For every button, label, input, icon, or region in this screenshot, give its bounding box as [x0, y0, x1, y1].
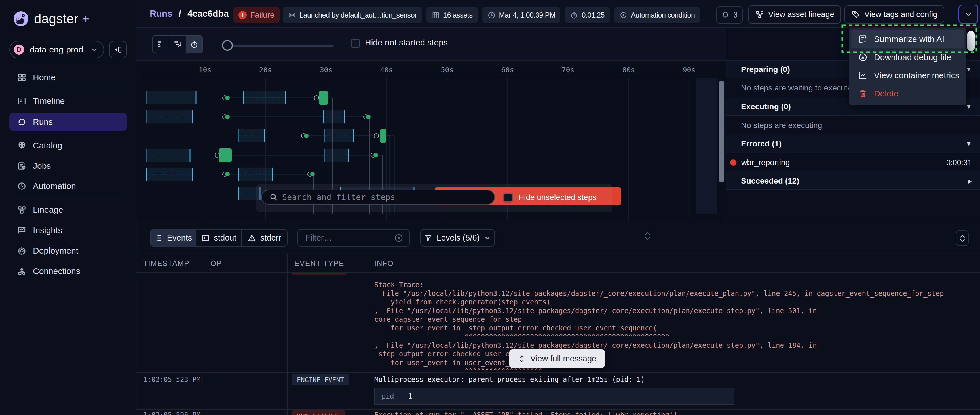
- log-levels-dropdown[interactable]: Levels (5/6): [420, 229, 495, 246]
- stack-trace-line: _step_output_error_checked_user_event_se…: [374, 350, 944, 359]
- brand: dagster +: [13, 11, 90, 27]
- menu-item-download-debug-file[interactable]: Download debug file: [851, 48, 964, 66]
- gantt-zoom-knob[interactable]: [222, 40, 233, 51]
- menu-item-label: Summarize with AI: [874, 34, 944, 44]
- sidebar-item-timeline[interactable]: Timeline: [10, 92, 127, 110]
- hide-not-started-checkbox[interactable]: [351, 39, 360, 48]
- sidebar-item-jobs[interactable]: Jobs: [10, 157, 127, 175]
- column-header-op[interactable]: OP: [210, 254, 222, 273]
- chevron-expand-icon: ▼: [966, 103, 972, 110]
- stack-trace-line: ^^^^^^^^^^^^^^^^^^^: [374, 367, 944, 376]
- section-errored[interactable]: Errored (1) ▼: [727, 135, 980, 153]
- step-name: wbr_reporting: [741, 158, 790, 167]
- sidebar-item-insights[interactable]: Insights: [10, 222, 127, 239]
- tag-asset-count[interactable]: 16 assets: [426, 7, 477, 23]
- axis-tick: 40s: [380, 66, 393, 74]
- tag-automation-condition[interactable]: Automation condition: [614, 7, 700, 23]
- column-header-info[interactable]: INFO: [374, 254, 394, 273]
- gantt-mode-timed-button[interactable]: [186, 36, 202, 53]
- catalog-icon: [17, 141, 27, 150]
- menu-item-label: Download debug file: [874, 53, 951, 62]
- button-label: View asset lineage: [768, 10, 834, 19]
- errored-step-row[interactable]: wbr_reporting 0:00:31: [727, 153, 980, 172]
- tag-label: Launched by default_aut…tion_sensor: [299, 11, 417, 19]
- gantt-vertical-scrollbar[interactable]: [719, 81, 724, 182]
- view-asset-lineage-button[interactable]: View asset lineage: [748, 5, 841, 24]
- breadcrumb-run-id: 4eae6dba: [188, 8, 229, 19]
- runs-icon: [17, 117, 27, 127]
- status-badge-label: Failure: [250, 11, 275, 19]
- run-actions-menu: Summarize with AI Download debug file Vi…: [849, 28, 966, 105]
- sidebar-item-runs[interactable]: Runs: [10, 113, 127, 131]
- deployment-avatar: D: [14, 45, 24, 55]
- stack-trace-line: , File "/usr/local/lib/python3.12/site-p…: [374, 341, 944, 350]
- tab-events[interactable]: Events: [151, 230, 196, 246]
- chevron-expand-icon: ▼: [966, 66, 972, 73]
- sidebar-item-connections[interactable]: Connections: [10, 262, 127, 280]
- sidebar-item-label: Lineage: [33, 205, 63, 215]
- chevron-down-icon: [964, 10, 973, 19]
- column-divider: [367, 254, 368, 415]
- breadcrumb-separator: /: [179, 8, 181, 19]
- axis-tick: 80s: [622, 66, 635, 74]
- step-search-input[interactable]: Search and filter steps: [261, 190, 495, 204]
- tag-duration[interactable]: 0:01:25: [565, 7, 610, 23]
- view-tags-and-config-button[interactable]: View tags and config: [845, 5, 944, 24]
- sidebar-item-label: Runs: [33, 117, 53, 127]
- gantt-mode-waterfall-button[interactable]: [169, 36, 185, 53]
- axis-tick: 50s: [441, 66, 453, 74]
- deployment-switcher[interactable]: D data-eng-prod: [10, 41, 104, 58]
- column-header-timestamp[interactable]: TIMESTAMP: [143, 254, 189, 273]
- axis-tick: 10s: [199, 66, 211, 74]
- tag-icon: [851, 10, 860, 19]
- sidebar-item-deployment[interactable]: Deployment: [10, 242, 127, 260]
- panel-scrollbar-thumb[interactable]: [967, 31, 975, 51]
- hide-unselected-checkbox[interactable]: [504, 193, 512, 202]
- run-actions-menu-button[interactable]: [958, 5, 978, 24]
- gantt-zoom-slider[interactable]: [222, 45, 334, 47]
- tag-start-time[interactable]: Mar 4, 1:00:39 PM: [482, 7, 561, 23]
- gantt-chart[interactable]: Search and filter steps Hide unselected …: [137, 78, 726, 220]
- sidebar-item-automation[interactable]: Automation: [10, 177, 127, 195]
- collapse-sidebar-button[interactable]: [109, 41, 127, 58]
- stack-trace-line: for user_event in _step_output_error_che…: [374, 324, 944, 333]
- gear-icon: [17, 246, 27, 255]
- insights-icon: [17, 225, 27, 235]
- clear-filter-icon[interactable]: [394, 233, 404, 243]
- menu-item-label: Delete: [874, 89, 899, 99]
- menu-item-view-container-metrics[interactable]: View container metrics: [851, 66, 964, 85]
- op-cell: -: [210, 375, 215, 383]
- tab-stderr[interactable]: stderr: [241, 230, 287, 246]
- tag-label: 16 assets: [443, 11, 473, 19]
- button-label: View full message: [530, 354, 597, 363]
- notifications-button[interactable]: 0: [716, 6, 743, 24]
- axis-tick: 20s: [259, 66, 272, 74]
- tag-launched-by-sensor[interactable]: Launched by default_aut…tion_sensor: [283, 7, 422, 23]
- menu-item-delete[interactable]: Delete: [851, 85, 964, 103]
- clock-icon: [487, 11, 496, 19]
- sidebar-item-lineage[interactable]: Lineage: [10, 201, 127, 219]
- column-header-event-type[interactable]: EVENT TYPE: [294, 254, 344, 273]
- panel-resize-handle[interactable]: [644, 231, 651, 241]
- axis-tick: 30s: [320, 66, 332, 74]
- timestamp-cell: 1:02:05.523 PM: [143, 375, 200, 383]
- sidebar-item-label: Jobs: [33, 161, 51, 171]
- funnel-icon: [424, 234, 432, 242]
- expand-log-panel-button[interactable]: [956, 230, 969, 246]
- sidebar-item-label: Catalog: [33, 141, 62, 150]
- brand-text: dagster +: [34, 11, 90, 26]
- menu-item-summarize-with-ai[interactable]: Summarize with AI: [851, 30, 964, 48]
- assets-grid-icon: [431, 11, 440, 19]
- chevron-down-icon: [91, 46, 98, 53]
- lineage-icon: [17, 205, 27, 215]
- tab-stdout[interactable]: stdout: [196, 230, 241, 246]
- gantt-mode-flat-button[interactable]: [153, 36, 169, 53]
- log-view-tabs: Events stdout stderr: [150, 229, 288, 246]
- sidebar-item-catalog[interactable]: Catalog: [10, 137, 127, 154]
- view-full-message-button[interactable]: View full message: [509, 350, 605, 368]
- flat-list-icon: [156, 40, 165, 49]
- log-filter-input[interactable]: Filter…: [298, 229, 410, 246]
- sidebar-item-home[interactable]: Home: [10, 69, 127, 86]
- section-succeeded[interactable]: Succeeded (12) ▸: [727, 172, 980, 190]
- breadcrumb-runs-link[interactable]: Runs: [150, 8, 172, 19]
